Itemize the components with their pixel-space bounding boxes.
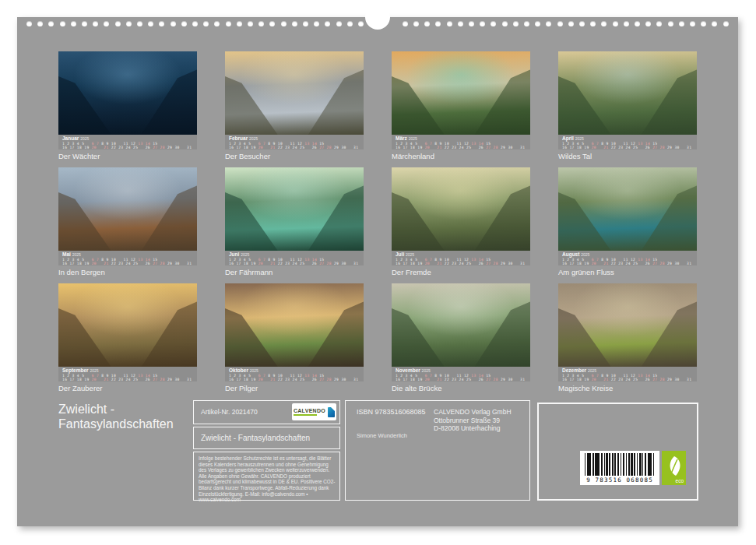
binding-hole xyxy=(690,21,695,26)
publisher-address: CALVENDO Verlag GmbH Ottobrunner Straße … xyxy=(434,408,512,433)
mini-calendar-days: 1 2 3 4 5 6 7 8 9 10 11 12 13 14 15 16 1… xyxy=(562,374,683,382)
binding-hole xyxy=(269,21,275,26)
month-artwork xyxy=(225,167,364,251)
binding-hole xyxy=(292,21,297,26)
mini-calendar-days: 1 2 3 4 5 6 7 8 9 10 11 12 13 14 15 16 1… xyxy=(229,142,350,149)
month-card: Februar 2025 1 2 3 4 5 6 7 8 9 10 11 12 … xyxy=(225,51,364,160)
binding-hole xyxy=(712,21,717,26)
binding-hole xyxy=(679,21,684,26)
calvendo-logo: CALVENDO xyxy=(292,403,336,420)
month-caption: Märchenland xyxy=(392,152,530,160)
month-card: Juli 2025 1 2 3 4 5 6 7 8 9 10 11 12 13 … xyxy=(392,167,530,276)
month-artwork xyxy=(225,283,364,367)
month-card: Mai 2025 1 2 3 4 5 6 7 8 9 10 11 12 13 1… xyxy=(58,167,197,276)
binding-hole xyxy=(613,21,618,26)
month-artwork xyxy=(558,283,697,367)
month-card: November 2025 1 2 3 4 5 6 7 8 9 10 11 12… xyxy=(392,283,530,392)
month-caption: Der Fremde xyxy=(392,268,530,276)
article-number-box: Artikel-Nr. 2021470 CALVENDO xyxy=(193,400,340,424)
binding-hole xyxy=(413,21,419,26)
binding-hole xyxy=(26,21,32,26)
binding-hole xyxy=(60,21,65,26)
binding-hole xyxy=(71,21,76,26)
binding-hole xyxy=(723,21,729,26)
binding-hole xyxy=(403,21,408,26)
binding-hole xyxy=(579,21,585,26)
eco-badge: eco xyxy=(662,451,686,485)
binding-hole xyxy=(237,21,242,26)
hanger-hole xyxy=(365,5,390,30)
mini-calendar-days: 1 2 3 4 5 6 7 8 9 10 11 12 13 14 15 16 1… xyxy=(62,142,183,149)
binding-hole xyxy=(325,21,330,26)
month-card: Oktober 2025 1 2 3 4 5 6 7 8 9 10 11 12 … xyxy=(225,283,364,392)
binding-hole xyxy=(159,21,164,26)
binding-hole xyxy=(447,21,452,26)
binding-hole xyxy=(590,21,596,26)
binding-hole xyxy=(458,21,463,26)
binding-hole xyxy=(656,21,662,26)
month-artwork xyxy=(558,167,697,251)
month-artwork xyxy=(558,51,697,135)
binding-hole xyxy=(214,21,220,26)
binding-hole xyxy=(248,21,253,26)
binding-hole xyxy=(104,21,109,26)
month-card: August 2025 1 2 3 4 5 6 7 8 9 10 11 12 1… xyxy=(558,167,697,276)
binding-hole xyxy=(645,21,651,26)
binding-hole xyxy=(435,21,441,26)
product-title: Zwielicht - Fantasylandschaften xyxy=(58,402,174,431)
mini-calendar-strip: April 2025 1 2 3 4 5 6 7 8 9 10 11 12 13… xyxy=(558,135,697,149)
binding-hole xyxy=(115,21,121,26)
mini-calendar-days: 1 2 3 4 5 6 7 8 9 10 11 12 13 14 15 16 1… xyxy=(229,258,350,265)
mini-calendar-strip: August 2025 1 2 3 4 5 6 7 8 9 10 11 12 1… xyxy=(558,251,697,265)
calvendo-logo-tagline xyxy=(294,414,317,416)
month-card: April 2025 1 2 3 4 5 6 7 8 9 10 11 12 13… xyxy=(558,51,697,160)
mini-calendar-days: 1 2 3 4 5 6 7 8 9 10 11 12 13 14 15 16 1… xyxy=(396,374,516,382)
binding-hole xyxy=(491,21,496,26)
mini-calendar-strip: Februar 2025 1 2 3 4 5 6 7 8 9 10 11 12 … xyxy=(225,135,364,149)
isbn: ISBN 9783516068085 xyxy=(357,408,426,416)
title-box-label: Zwielicht - Fantasylandschaften xyxy=(201,434,310,442)
month-card: März 2025 1 2 3 4 5 6 7 8 9 10 11 12 13 … xyxy=(392,51,530,160)
month-artwork xyxy=(392,167,530,251)
barcode-bars xyxy=(585,453,655,476)
month-caption: Der Zauberer xyxy=(58,384,197,392)
mini-calendar-days: 1 2 3 4 5 6 7 8 9 10 11 12 13 14 15 16 1… xyxy=(229,374,350,382)
barcode-box: 9 783516 068085 eco xyxy=(537,403,698,501)
binding-hole xyxy=(37,21,43,26)
binding-hole xyxy=(480,21,485,26)
binding-hole xyxy=(568,21,574,26)
binding-hole xyxy=(524,21,529,26)
calendar-back-cover: Januar 2025 1 2 3 4 5 6 7 8 9 10 11 12 1… xyxy=(0,0,756,545)
mini-calendar-strip: Oktober 2025 1 2 3 4 5 6 7 8 9 10 11 12 … xyxy=(225,367,364,382)
cover-panel: Januar 2025 1 2 3 4 5 6 7 8 9 10 11 12 1… xyxy=(17,17,738,526)
month-card: Dezember 2025 1 2 3 4 5 6 7 8 9 10 11 12… xyxy=(558,283,697,392)
month-caption: Der Besucher xyxy=(225,152,364,160)
calvendo-page-icon xyxy=(328,407,335,417)
mini-calendar-strip: Juni 2025 1 2 3 4 5 6 7 8 9 10 11 12 13 … xyxy=(225,251,364,265)
month-artwork xyxy=(392,283,530,367)
binding-hole xyxy=(171,21,176,26)
binding-hole xyxy=(93,21,98,26)
binding-hole xyxy=(469,21,474,26)
binding-hole xyxy=(535,21,540,26)
binding-hole xyxy=(601,21,607,26)
month-caption: Der Pilger xyxy=(225,384,364,392)
mini-calendar-days: 1 2 3 4 5 6 7 8 9 10 11 12 13 14 15 16 1… xyxy=(62,258,183,265)
binding-hole xyxy=(424,21,430,26)
article-number: Artikel-Nr. 2021470 xyxy=(201,408,258,416)
month-artwork xyxy=(225,51,364,135)
legal-text: Infolge bestehender Schutzrechte ist es … xyxy=(199,455,336,503)
month-caption: Am grünen Fluss xyxy=(558,268,697,276)
product-info-block: Artikel-Nr. 2021470 CALVENDO Zwielicht -… xyxy=(193,400,698,501)
mini-calendar-strip: Juli 2025 1 2 3 4 5 6 7 8 9 10 11 12 13 … xyxy=(392,251,530,265)
mini-calendar-strip: März 2025 1 2 3 4 5 6 7 8 9 10 11 12 13 … xyxy=(392,135,530,149)
ean-barcode: 9 783516 068085 xyxy=(580,451,659,485)
month-artwork xyxy=(58,51,197,135)
mini-calendar-days: 1 2 3 4 5 6 7 8 9 10 11 12 13 14 15 16 1… xyxy=(562,258,683,265)
binding-hole xyxy=(203,21,209,26)
binding-hole xyxy=(347,21,353,26)
binding-hole xyxy=(303,21,308,26)
binding-hole xyxy=(557,21,563,26)
legal-box: Infolge bestehender Schutzrechte ist es … xyxy=(193,452,340,501)
month-artwork xyxy=(58,167,197,251)
